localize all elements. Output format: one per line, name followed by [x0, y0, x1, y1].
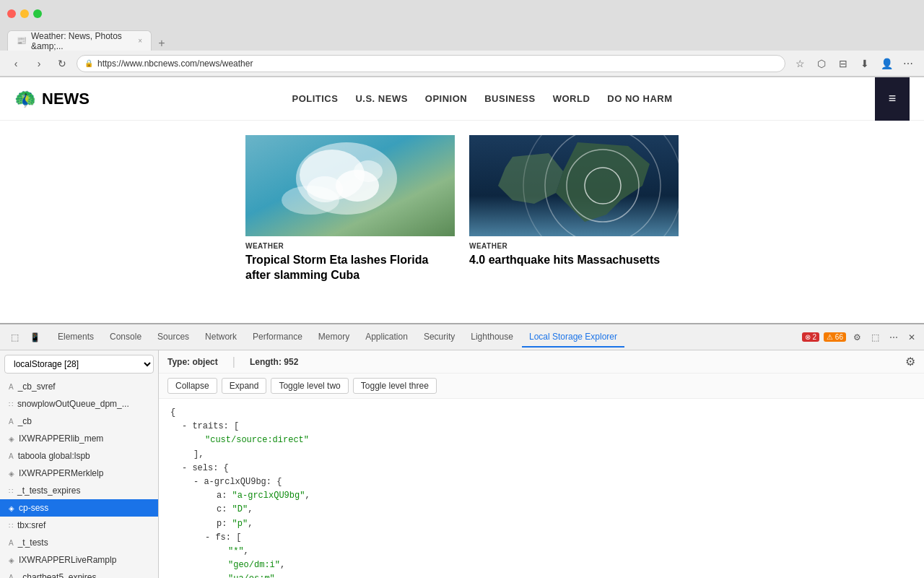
maximize-button[interactable] — [33, 9, 42, 18]
warn-badge: ⚠ 66 — [824, 332, 846, 342]
nav-world[interactable]: WORLD — [553, 93, 590, 104]
tab-performance[interactable]: Performance — [245, 327, 310, 348]
storage-item-chartbeat5[interactable]: A _chartbeat5_expires — [0, 569, 158, 578]
url-bar[interactable]: 🔒 https://www.nbcnews.com/news/weather — [77, 55, 785, 72]
item-label: taboola global:lspb — [18, 451, 90, 461]
devtools-body: localStorage [28] A _cb_svref ∷ snowplow… — [0, 350, 924, 578]
storage-item-ixwrapper-lib[interactable]: ◈ IXWRAPPERlib_mem — [0, 430, 158, 447]
toolbar-icons: ☆ ⬡ ⊟ ⬇ 👤 ⋯ — [791, 55, 917, 72]
tab-memory[interactable]: Memory — [311, 327, 357, 348]
storage-item-ixwrapper-merkle[interactable]: ◈ IXWRAPPERMerklelp — [0, 465, 158, 482]
item-type-icon: A — [9, 452, 14, 460]
news-card-1[interactable]: WEATHER Tropical Storm Eta lashes Florid… — [245, 135, 455, 283]
tab-sources[interactable]: Sources — [150, 327, 196, 348]
devtools-action-buttons: Collapse Expand Toggle level two Toggle … — [159, 374, 924, 399]
type-value: object — [192, 357, 217, 367]
star-icon[interactable]: ☆ — [791, 55, 808, 72]
title-bar — [0, 0, 924, 27]
tab-local-storage-explorer[interactable]: Local Storage Explorer — [522, 327, 624, 348]
settings-gear-icon[interactable]: ⚙ — [850, 331, 864, 344]
nav-do-no-harm[interactable]: DO NO HARM — [607, 93, 672, 104]
item-type-icon: A — [9, 418, 14, 426]
storage-item-ixwrapper-live[interactable]: ◈ IXWRAPPERLiveRamplp — [0, 551, 158, 569]
bookmark-icon[interactable]: ⊟ — [834, 55, 852, 72]
menu-icon[interactable]: ⋯ — [899, 55, 917, 72]
code-line: - fs: [ — [170, 531, 912, 545]
nav-opinion[interactable]: OPINION — [425, 93, 467, 104]
card1-label: WEATHER — [245, 242, 455, 250]
tab-application[interactable]: Application — [358, 327, 415, 348]
storage-item-t-tests[interactable]: A _t_tests — [0, 534, 158, 551]
item-label: _cb — [18, 416, 32, 426]
error-badge: ⊗ 2 — [802, 332, 819, 342]
download-icon[interactable]: ⬇ — [856, 55, 873, 72]
news-card-2[interactable]: WEATHER 4.0 earthquake hits Massachusett… — [469, 135, 679, 283]
tab-security[interactable]: Security — [417, 327, 462, 348]
item-type-icon: A — [9, 383, 14, 391]
nbc-logo: 🦚 NEWS — [14, 89, 90, 109]
profile-icon[interactable]: 👤 — [878, 55, 895, 72]
item-label: _cb_svref — [18, 381, 56, 392]
nav-politics[interactable]: POLITICS — [292, 93, 338, 104]
devtools-device-icon[interactable]: 📱 — [26, 329, 43, 346]
address-bar: ‹ › ↻ 🔒 https://www.nbcnews.com/news/wea… — [0, 51, 924, 77]
storage-item-taboola[interactable]: A taboola global:lspb — [0, 447, 158, 465]
item-label: IXWRAPPERLiveRamplp — [19, 555, 116, 565]
storage-item-snowplow[interactable]: ∷ snowplowOutQueue_dpm_... — [0, 395, 158, 413]
storage-item-tbx-sref[interactable]: ∷ tbx:sref — [0, 517, 158, 534]
nav-us-news[interactable]: U.S. NEWS — [355, 93, 407, 104]
item-label: IXWRAPPERMerklelp — [19, 468, 103, 478]
storage-item-cp-sess[interactable]: ◈ cp-sess — [0, 499, 158, 517]
card1-title: Tropical Storm Eta lashes Florida after … — [245, 253, 455, 283]
item-type-icon: ∷ — [9, 400, 13, 408]
screenshot-icon[interactable]: ⬚ — [868, 331, 882, 344]
tab-lighthouse[interactable]: Lighthouse — [463, 327, 520, 348]
devtools-inspect-icon[interactable]: ⬚ — [6, 329, 23, 346]
url-text: https://www.nbcnews.com/news/weather — [97, 59, 253, 69]
new-tab-button[interactable]: + — [154, 36, 169, 51]
tab-favicon: 📰 — [17, 36, 27, 46]
nbc-logo-text: NEWS — [42, 90, 90, 108]
browser-tab[interactable]: 📰 Weather: News, Photos &amp;... × — [7, 30, 152, 51]
type-info: Type: object — [167, 357, 218, 367]
item-type-icon: ◈ — [9, 435, 14, 443]
nav-business[interactable]: BUSINESS — [484, 93, 535, 104]
code-line: "geo/dm:i", — [170, 558, 912, 572]
expand-button[interactable]: Expand — [222, 378, 267, 394]
more-options-icon[interactable]: ⋯ — [886, 331, 901, 344]
collapse-button[interactable]: Collapse — [167, 378, 217, 394]
tab-console[interactable]: Console — [103, 327, 149, 348]
toggle-level-two-button[interactable]: Toggle level two — [271, 378, 348, 394]
storage-item-cb[interactable]: A _cb — [0, 413, 158, 430]
panel-settings-icon[interactable]: ⚙ — [905, 355, 915, 368]
tab-elements[interactable]: Elements — [51, 327, 101, 348]
refresh-button[interactable]: ↻ — [53, 55, 71, 72]
tab-bar: 📰 Weather: News, Photos &amp;... × + — [0, 27, 924, 51]
tab-network[interactable]: Network — [198, 327, 244, 348]
code-line: c: "D", — [170, 503, 912, 517]
back-button[interactable]: ‹ — [7, 55, 25, 72]
hamburger-menu[interactable]: ≡ — [875, 77, 910, 121]
storage-item-cb-svref[interactable]: A _cb_svref — [0, 378, 158, 395]
devtools-tab-actions: ⊗ 2 ⚠ 66 ⚙ ⬚ ⋯ ✕ — [802, 331, 918, 344]
code-line: "ua/os:m", — [170, 572, 912, 578]
tab-close-button[interactable]: × — [138, 37, 142, 45]
tropical-storm-image — [245, 135, 455, 236]
minimize-button[interactable] — [20, 9, 29, 18]
item-label: _chartbeat5_expires — [18, 572, 97, 578]
devtools-panel: ⬚ 📱 Elements Console Sources Network Per… — [0, 323, 924, 578]
devtools-sidebar: localStorage [28] A _cb_svref ∷ snowplow… — [0, 350, 159, 578]
toggle-level-three-button[interactable]: Toggle level three — [353, 378, 437, 394]
peacock-icon: 🦚 — [14, 89, 36, 109]
code-line: - sels: { — [170, 462, 912, 475]
storage-item-t-tests-expires[interactable]: ∷ _t_tests_expires — [0, 482, 158, 499]
close-devtools-icon[interactable]: ✕ — [905, 331, 918, 344]
forward-button[interactable]: › — [30, 55, 48, 72]
storage-type-select[interactable]: localStorage [28] — [4, 355, 154, 374]
item-label: _t_tests_expires — [17, 486, 80, 496]
code-line: p: "p", — [170, 517, 912, 531]
extension-icon[interactable]: ⬡ — [813, 55, 830, 72]
close-button[interactable] — [7, 9, 16, 18]
svg-point-5 — [354, 160, 383, 182]
code-line: { — [170, 406, 912, 420]
